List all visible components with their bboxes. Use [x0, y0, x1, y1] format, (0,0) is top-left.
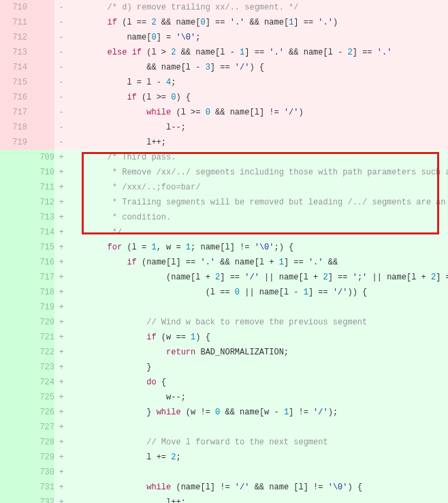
line-number-old[interactable] [0, 435, 27, 450]
code-cell: * Remove /xx/../ segments including thos… [68, 165, 448, 180]
line-number-new[interactable]: 722 [27, 345, 54, 360]
line-number-new[interactable]: 717 [27, 270, 54, 285]
line-number-old[interactable]: 717 [0, 105, 27, 120]
line-number-old[interactable] [0, 375, 27, 390]
line-number-old[interactable] [0, 315, 27, 330]
line-number-new[interactable]: 713 [27, 210, 54, 225]
line-number-old[interactable] [0, 345, 27, 360]
line-number-old[interactable] [0, 195, 27, 210]
line-number-old[interactable] [0, 300, 27, 315]
line-number-new[interactable]: 716 [27, 255, 54, 270]
line-number-new[interactable]: 712 [27, 195, 54, 210]
line-number-new[interactable] [27, 120, 54, 135]
line-number-new[interactable] [27, 30, 54, 45]
line-number-new[interactable]: 719 [27, 300, 54, 315]
line-number-new[interactable] [27, 75, 54, 90]
diff-sign: - [54, 90, 68, 105]
line-number-new[interactable]: 727 [27, 420, 54, 435]
line-number-new[interactable] [27, 0, 54, 15]
line-number-old[interactable] [0, 240, 27, 255]
line-number-new[interactable]: 724 [27, 375, 54, 390]
diff-row: 711+ * /xxx/..;foo=bar/ [0, 180, 448, 195]
line-number-old[interactable]: 713 [0, 45, 27, 60]
line-number-old[interactable] [0, 270, 27, 285]
diff-sign: - [54, 75, 68, 90]
line-number-new[interactable] [27, 45, 54, 60]
diff-row: 724+ do { [0, 375, 448, 390]
diff-sign: + [54, 315, 68, 330]
line-number-new[interactable]: 710 [27, 165, 54, 180]
code-cell: while (name[l] != '/' && name [l] != '\0… [68, 480, 448, 495]
line-number-new[interactable] [27, 90, 54, 105]
diff-sign: - [54, 135, 68, 150]
line-number-old[interactable] [0, 420, 27, 435]
code-cell: * condition. [68, 210, 448, 225]
code-cell: // Move l forward to the next segment [68, 435, 448, 450]
line-number-old[interactable] [0, 330, 27, 345]
code-cell: l--; [68, 120, 448, 135]
line-number-new[interactable]: 715 [27, 240, 54, 255]
code-cell [68, 300, 448, 315]
code-cell: for (l = 1, w = 1; name[l] != '\0';) { [68, 240, 448, 255]
diff-sign: + [54, 180, 68, 195]
line-number-old[interactable]: 714 [0, 60, 27, 75]
line-number-new[interactable]: 709 [27, 150, 54, 165]
line-number-new[interactable]: 732 [27, 495, 54, 503]
code-cell: l += 2; [68, 450, 448, 465]
line-number-new[interactable]: 711 [27, 180, 54, 195]
line-number-old[interactable] [0, 465, 27, 480]
code-cell: if (w == 1) { [68, 330, 448, 345]
line-number-new[interactable]: 714 [27, 225, 54, 240]
line-number-old[interactable] [0, 480, 27, 495]
line-number-old[interactable]: 712 [0, 30, 27, 45]
code-cell: /* Third pass. [68, 150, 448, 165]
diff-sign: + [54, 450, 68, 465]
line-number-old[interactable]: 715 [0, 75, 27, 90]
line-number-new[interactable] [27, 60, 54, 75]
line-number-new[interactable]: 723 [27, 360, 54, 375]
line-number-new[interactable] [27, 105, 54, 120]
diff-row: 723+ } [0, 360, 448, 375]
line-number-old[interactable] [0, 255, 27, 270]
line-number-old[interactable] [0, 360, 27, 375]
line-number-old[interactable]: 718 [0, 120, 27, 135]
line-number-new[interactable]: 718 [27, 285, 54, 300]
code-cell: && name[l - 3] == '/') { [68, 60, 448, 75]
line-number-old[interactable] [0, 210, 27, 225]
line-number-new[interactable]: 729 [27, 450, 54, 465]
line-number-new[interactable]: 726 [27, 405, 54, 420]
line-number-old[interactable] [0, 285, 27, 300]
diff-row: 718- l--; [0, 120, 448, 135]
diff-sign: + [54, 195, 68, 210]
line-number-new[interactable]: 720 [27, 315, 54, 330]
line-number-new[interactable]: 731 [27, 480, 54, 495]
line-number-old[interactable]: 711 [0, 15, 27, 30]
line-number-old[interactable] [0, 180, 27, 195]
diff-sign: + [54, 375, 68, 390]
code-cell: do { [68, 375, 448, 390]
diff-row: 712- name[0] = '\0'; [0, 30, 448, 45]
line-number-new[interactable]: 730 [27, 465, 54, 480]
line-number-old[interactable] [0, 405, 27, 420]
line-number-old[interactable] [0, 225, 27, 240]
line-number-old[interactable] [0, 165, 27, 180]
line-number-old[interactable]: 716 [0, 90, 27, 105]
line-number-old[interactable] [0, 390, 27, 405]
line-number-new[interactable] [27, 15, 54, 30]
diff-row: 709+ /* Third pass. [0, 150, 448, 165]
diff-sign: + [54, 270, 68, 285]
diff-sign: + [54, 495, 68, 503]
diff-sign: + [54, 255, 68, 270]
line-number-new[interactable]: 725 [27, 390, 54, 405]
line-number-old[interactable] [0, 450, 27, 465]
diff-sign: - [54, 60, 68, 75]
line-number-old[interactable] [0, 495, 27, 503]
line-number-new[interactable] [27, 135, 54, 150]
line-number-old[interactable]: 710 [0, 0, 27, 15]
code-cell: return BAD_NORMALIZATION; [68, 345, 448, 360]
line-number-old[interactable] [0, 150, 27, 165]
line-number-old[interactable]: 719 [0, 135, 27, 150]
line-number-new[interactable]: 721 [27, 330, 54, 345]
line-number-new[interactable]: 728 [27, 435, 54, 450]
diff-sign: - [54, 30, 68, 45]
